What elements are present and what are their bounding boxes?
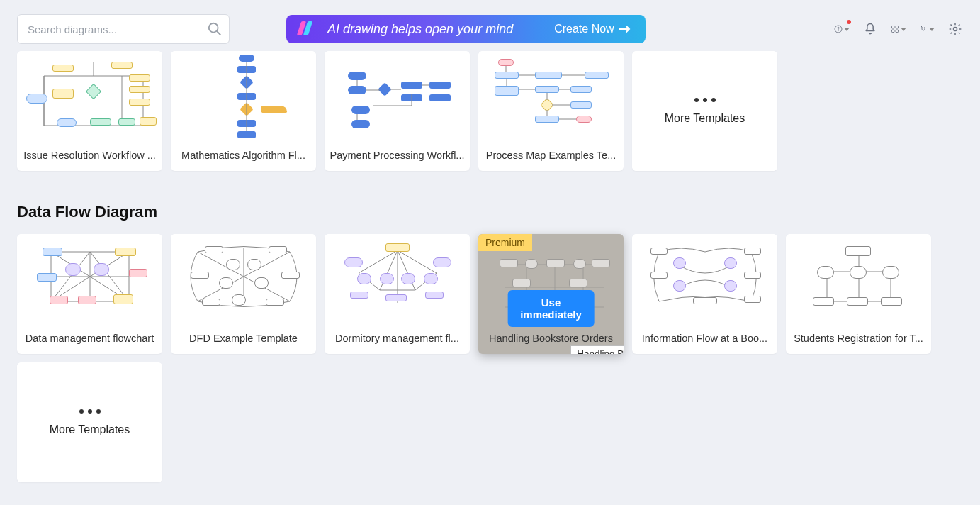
more-templates-label: More Templates <box>50 423 130 436</box>
premium-badge: Premium <box>478 234 532 251</box>
template-thumb <box>171 51 316 139</box>
svg-point-0 <box>209 23 218 33</box>
template-card[interactable]: Mathematics Algorithm Fl... <box>171 51 316 171</box>
template-label: Mathematics Algorithm Fl... <box>171 139 316 171</box>
template-thumb <box>786 234 931 322</box>
use-immediately-button[interactable]: Use immediately <box>507 290 595 327</box>
bell-icon[interactable] <box>862 21 878 37</box>
template-card[interactable]: Information Flow at a Boo... <box>632 234 777 354</box>
help-icon[interactable] <box>834 21 850 37</box>
more-templates-card[interactable]: More Templates <box>632 51 777 171</box>
template-label: DFD Example Template <box>171 322 316 354</box>
template-thumb <box>478 51 624 139</box>
more-thumb: More Templates <box>17 362 162 482</box>
svg-rect-5 <box>896 26 899 29</box>
row1-grid: Issue Resolution Workflow ... Mathematic… <box>17 51 963 171</box>
template-card[interactable]: Process Map Examples Te... <box>478 51 624 171</box>
template-card[interactable]: Issue Resolution Workflow ... <box>17 51 162 171</box>
more-dots-icon <box>79 409 101 414</box>
template-label: Dormitory management fl... <box>325 322 470 354</box>
template-card[interactable]: Students Registration for T... <box>786 234 931 354</box>
svg-line-1 <box>217 31 221 35</box>
banner-text: AI drawing helps open your mind <box>327 22 513 37</box>
more-thumb: More Templates <box>632 51 777 171</box>
search-icon[interactable] <box>207 21 223 37</box>
topbar: AI drawing helps open your mind Create N… <box>0 0 980 51</box>
svg-rect-6 <box>892 30 895 33</box>
create-now-label: Create Now <box>554 23 614 35</box>
svg-point-3 <box>838 30 839 31</box>
template-label: Data management flowchart <box>17 322 162 354</box>
template-thumb <box>325 234 470 322</box>
svg-point-8 <box>954 28 957 31</box>
template-thumb <box>325 51 470 139</box>
search-wrap <box>17 14 230 44</box>
template-thumb <box>632 234 777 322</box>
template-thumb <box>17 234 162 322</box>
template-label: Process Map Examples Te... <box>478 139 624 171</box>
content: Issue Resolution Workflow ... Mathematic… <box>0 51 980 504</box>
ai-logo-icon <box>299 21 315 37</box>
section-title: Data Flow Diagram <box>17 203 963 221</box>
more-dots-icon <box>694 98 716 102</box>
svg-rect-7 <box>896 30 899 33</box>
template-label: Students Registration for T... <box>786 322 931 354</box>
template-card[interactable]: DFD Example Template <box>171 234 316 354</box>
svg-rect-4 <box>892 26 895 29</box>
template-label: Information Flow at a Boo... <box>632 322 777 354</box>
ai-banner[interactable]: AI drawing helps open your mind Create N… <box>286 15 646 43</box>
create-now-button[interactable]: Create Now <box>554 23 631 35</box>
template-card[interactable]: Data management flowchart <box>17 234 162 354</box>
search-input[interactable] <box>17 14 230 44</box>
notification-dot <box>847 20 851 24</box>
template-card[interactable]: Payment Processing Workfl... <box>325 51 470 171</box>
template-label: Issue Resolution Workflow ... <box>17 139 162 171</box>
theme-icon[interactable] <box>919 21 935 37</box>
more-templates-card[interactable]: More Templates <box>17 362 162 482</box>
template-card-hovered[interactable]: Premium Use immediately <box>478 234 624 354</box>
template-label: Payment Processing Workfl... <box>325 139 470 171</box>
gear-icon[interactable] <box>947 21 963 37</box>
tooltip: Handling Bookstore Orders <box>570 345 624 354</box>
topbar-icons <box>834 21 963 37</box>
arrow-right-icon <box>619 25 631 33</box>
more-templates-label: More Templates <box>665 112 745 125</box>
template-card[interactable]: Dormitory management fl... <box>325 234 470 354</box>
section2-grid: Data management flowchart <box>17 234 963 482</box>
template-thumb <box>17 51 162 139</box>
apps-icon[interactable] <box>891 21 906 37</box>
template-thumb <box>171 234 316 322</box>
